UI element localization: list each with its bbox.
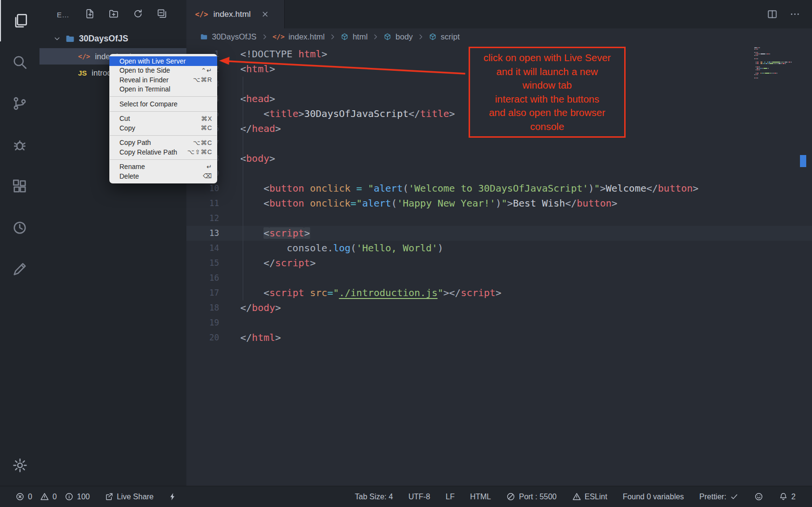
status-label: Found 0 variables bbox=[623, 493, 684, 501]
menu-item-reveal-in-finder[interactable]: Reveal in Finder⌥⌘R bbox=[109, 75, 217, 85]
menu-item-label: Copy Relative Path bbox=[119, 148, 177, 156]
refresh-button[interactable] bbox=[132, 8, 144, 21]
breadcrumb-30daysofjs[interactable]: 30DaysOfJS bbox=[200, 32, 257, 41]
line-content: <html> bbox=[219, 62, 275, 77]
menu-item-open-to-the-side[interactable]: Open to the Side⌃↵ bbox=[109, 66, 217, 76]
activity-search[interactable] bbox=[0, 41, 39, 83]
annotation-line: and also open the browser bbox=[484, 106, 611, 120]
code-line-12[interactable]: 12 bbox=[186, 211, 812, 226]
line-number: 12 bbox=[186, 211, 219, 226]
line-content: <!DOCTYPE html> bbox=[219, 47, 327, 62]
status-2[interactable]: 2 bbox=[779, 492, 796, 501]
more-actions-icon[interactable] bbox=[789, 9, 800, 20]
status-lf[interactable]: LF bbox=[445, 493, 455, 501]
menu-item-copy[interactable]: Copy⌘C bbox=[109, 123, 217, 133]
menu-item-copy-path[interactable]: Copy Path⌥⌘C bbox=[109, 138, 217, 148]
collapse-folders-button[interactable] bbox=[157, 8, 168, 21]
breadcrumb-index-html[interactable]: </>index.html bbox=[273, 32, 325, 41]
status-100[interactable]: 100 bbox=[65, 492, 90, 501]
close-icon[interactable] bbox=[261, 10, 269, 18]
bell-icon bbox=[779, 492, 788, 501]
menu-item-shortcut: ⌥⇧⌘C bbox=[187, 148, 212, 156]
status-smiley-icon[interactable] bbox=[754, 492, 763, 501]
status-0[interactable]: 0 bbox=[40, 492, 57, 501]
status-live-share[interactable]: Live Share bbox=[105, 492, 154, 501]
overview-ruler-marker bbox=[800, 155, 806, 167]
settings-button[interactable] bbox=[0, 449, 39, 481]
status-prettier[interactable]: Prettier: bbox=[699, 492, 739, 501]
chevron-right-icon bbox=[261, 33, 269, 41]
status-lightning-icon[interactable] bbox=[168, 492, 177, 501]
annotation-line: interact with the buttons bbox=[484, 92, 611, 106]
code-line-19[interactable]: 19 bbox=[186, 315, 812, 330]
activity-extensions[interactable] bbox=[0, 166, 39, 207]
menu-item-cut[interactable]: Cut⌘X bbox=[109, 114, 217, 124]
line-content: </html> bbox=[219, 330, 281, 345]
code-line-16[interactable]: 16 bbox=[186, 271, 812, 286]
split-editor-icon[interactable] bbox=[767, 9, 778, 20]
status-port-5500[interactable]: Port : 5500 bbox=[506, 492, 556, 501]
menu-item-select-for-compare[interactable]: Select for Compare bbox=[109, 99, 217, 109]
activity-timeline[interactable] bbox=[0, 207, 39, 248]
code-line-15[interactable]: 15 </script> bbox=[186, 256, 812, 271]
menu-item-open-in-terminal[interactable]: Open in Terminal bbox=[109, 85, 217, 94]
new-folder-icon bbox=[108, 8, 119, 19]
extensions-icon bbox=[12, 178, 28, 195]
folder-icon bbox=[65, 34, 75, 44]
line-content: <script> bbox=[219, 226, 310, 241]
status-tab-size-4[interactable]: Tab Size: 4 bbox=[355, 493, 393, 501]
status-label: LF bbox=[445, 493, 455, 501]
info-icon bbox=[65, 492, 74, 501]
menu-item-delete[interactable]: Delete⌫ bbox=[109, 171, 217, 181]
new-folder-button[interactable] bbox=[108, 8, 119, 21]
activity-feedback[interactable] bbox=[0, 248, 39, 290]
check-icon bbox=[730, 492, 739, 501]
status-0[interactable]: 0 bbox=[15, 492, 32, 501]
chevron-right-icon bbox=[371, 33, 380, 41]
minimap[interactable] bbox=[754, 47, 799, 79]
code-line-14[interactable]: 14 console.log('Hello, World') bbox=[186, 241, 812, 256]
line-content bbox=[219, 315, 240, 330]
menu-separator bbox=[110, 96, 217, 97]
status-eslint[interactable]: ESLint bbox=[572, 492, 607, 501]
line-content: </head> bbox=[219, 121, 281, 136]
status-utf-8[interactable]: UTF-8 bbox=[408, 493, 430, 501]
share-icon bbox=[105, 492, 114, 501]
activity-explorer[interactable] bbox=[0, 0, 39, 41]
activity-source-control[interactable] bbox=[0, 83, 39, 124]
error-icon bbox=[15, 492, 25, 501]
line-content bbox=[219, 271, 240, 286]
status-html[interactable]: HTML bbox=[470, 493, 491, 501]
tab-index-html[interactable]: </> index.html bbox=[186, 0, 285, 28]
code-line-18[interactable]: 18</body> bbox=[186, 300, 812, 315]
code-line-20[interactable]: 20</html> bbox=[186, 330, 812, 345]
port-icon bbox=[506, 492, 515, 501]
status-found-0-variables[interactable]: Found 0 variables bbox=[623, 493, 684, 501]
status-label: ESLint bbox=[585, 493, 607, 501]
menu-item-rename[interactable]: Rename↵ bbox=[109, 162, 217, 172]
breadcrumb-script[interactable]: script bbox=[429, 32, 459, 41]
folder-icon bbox=[200, 33, 208, 41]
line-content: <head> bbox=[219, 91, 275, 106]
code-line-10[interactable]: 10 <button onclick = "alert('Welcome to … bbox=[186, 181, 812, 196]
breadcrumb-body[interactable]: body bbox=[383, 32, 413, 41]
breadcrumb-html[interactable]: html bbox=[341, 32, 367, 41]
code-line-17[interactable]: 17 <script src="./introduction.js"></scr… bbox=[186, 286, 812, 300]
context-menu: Open with Live ServerOpen to the Side⌃↵R… bbox=[109, 54, 217, 183]
new-file-button[interactable] bbox=[84, 8, 95, 21]
menu-item-copy-relative-path[interactable]: Copy Relative Path⌥⇧⌘C bbox=[109, 147, 217, 157]
activity-run-debug[interactable] bbox=[0, 124, 39, 166]
status-label: Live Share bbox=[117, 493, 154, 501]
sidebar-actions bbox=[84, 8, 168, 21]
menu-item-open-with-live-server[interactable]: Open with Live Server bbox=[109, 56, 217, 66]
line-number: 14 bbox=[186, 241, 219, 256]
annotation-box: click on open with Live Severand it will… bbox=[469, 47, 626, 138]
folder-root[interactable]: 30DaysOfJS bbox=[39, 29, 186, 48]
code-line-9[interactable]: 9 bbox=[186, 166, 812, 181]
line-content: <button onclick="alert('Happy New Year!'… bbox=[219, 196, 617, 211]
code-line-8[interactable]: 8<body> bbox=[186, 151, 812, 166]
code-line-7[interactable]: 7 bbox=[186, 136, 812, 151]
code-line-11[interactable]: 11 <button onclick="alert('Happy New Yea… bbox=[186, 196, 812, 211]
collapse-icon bbox=[157, 8, 168, 19]
code-line-13[interactable]: 13 <script> bbox=[186, 226, 812, 241]
